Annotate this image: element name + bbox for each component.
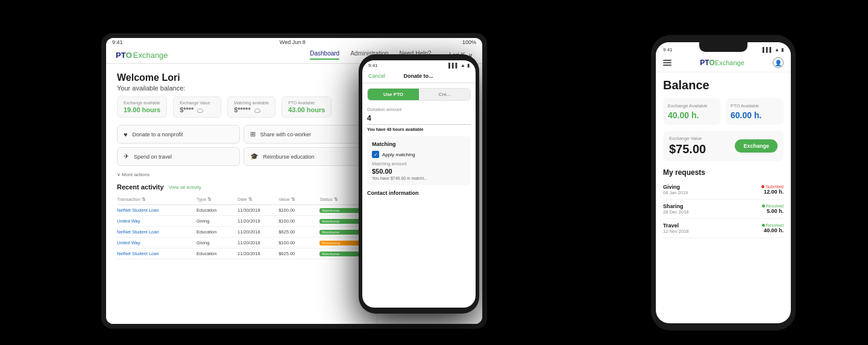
- action-education[interactable]: 🎓 Reimburse education: [244, 147, 366, 166]
- p2-exchange-available-card: Exchange Available 40.00 h.: [663, 98, 721, 125]
- exchange-button[interactable]: Exchange: [735, 139, 778, 153]
- phone1-screen: 9:41 ▌▌▌ ▲ ▮ Cancel Donate to... Use PTO…: [362, 60, 476, 308]
- row3-type: Education: [197, 229, 235, 235]
- action-travel[interactable]: ✈ Spend on travel: [117, 147, 240, 166]
- row2-date: 11/20/2018: [237, 218, 276, 224]
- phone1-title: Donate to...: [404, 73, 433, 79]
- hamburger-menu[interactable]: [663, 60, 671, 66]
- tablet-date: Wed Jun 8: [280, 39, 306, 45]
- hamburger-line: [663, 65, 671, 66]
- balance-heading: Balance: [663, 78, 784, 92]
- phone2-content: Balance Exchange Available 40.00 h. PTO …: [656, 72, 791, 323]
- row4-type: Giving: [197, 240, 235, 245]
- apply-matching-row: ✓ Apply matching: [372, 151, 466, 158]
- row2-value: $100.00: [278, 218, 317, 224]
- logo-exchange: Exchange: [715, 59, 744, 66]
- phone1-device: 9:41 ▌▌▌ ▲ ▮ Cancel Donate to... Use PTO…: [359, 54, 479, 314]
- phone1-status-bar: 9:41 ▌▌▌ ▲ ▮: [362, 60, 476, 69]
- view-all-link[interactable]: View all activity: [169, 185, 201, 190]
- wifi-icon: ▲: [775, 47, 779, 52]
- col-transaction: Transaction ⇅: [117, 197, 194, 202]
- tab-use-pto[interactable]: Use PTO: [368, 89, 419, 100]
- row1-type: Education: [197, 207, 235, 213]
- p2-pto-value: 60.00 h.: [731, 110, 779, 120]
- row4-date: 11/20/2018: [237, 240, 276, 245]
- row2-transaction[interactable]: United Way: [117, 218, 194, 224]
- table-row: NelNet Student Loan Education 11/20/2018…: [117, 227, 366, 238]
- row4-transaction[interactable]: United Way: [117, 240, 194, 245]
- row5-transaction[interactable]: NelNet Student Loan: [117, 251, 194, 256]
- table-row: United Way Giving 11/20/2018 $100.00 Rei…: [117, 216, 366, 227]
- donation-amount-value[interactable]: 4: [367, 114, 471, 125]
- request-travel-left: Travel 12 Nov 2018: [663, 223, 689, 234]
- user-profile-icon[interactable]: 👤: [773, 57, 784, 68]
- row5-date: 11/20/2018: [237, 251, 276, 256]
- request-giving-status: Submited: [761, 185, 784, 189]
- action-donate[interactable]: ♥ Donate to a nonprofit: [117, 125, 240, 144]
- phone2-device: 9:41 ▌▌▌ ▲ ▮ PTO Exchange 👤 Balance: [651, 35, 796, 331]
- phone2-time: 9:41: [663, 47, 673, 52]
- recent-title: Recent activity: [117, 183, 164, 191]
- phone2-logo: PTO Exchange: [700, 59, 744, 67]
- heart-icon: ♥: [124, 131, 128, 138]
- col-type: Type ⇅: [197, 197, 235, 202]
- matching-checkbox[interactable]: ✓: [372, 151, 379, 158]
- p2-ev-value: $75.00: [669, 142, 706, 156]
- more-actions-toggle[interactable]: ∨ More actions: [117, 172, 366, 177]
- tablet-status-bar: 9:41 Wed Jun 8 100%: [106, 38, 482, 46]
- row1-date: 11/30/2018: [237, 207, 276, 213]
- request-travel-hours: 40.00 h.: [762, 227, 784, 233]
- balance-card-exchange: Exchange available 19.00 hours: [117, 97, 167, 118]
- contact-section: Contact information: [367, 190, 471, 196]
- travel-icon: ✈: [124, 153, 129, 160]
- my-requests-title: My requests: [663, 168, 784, 177]
- balance-value-exchange: 19.00 hours: [124, 106, 160, 113]
- request-travel-right: Resolved 40.00 h.: [762, 223, 784, 233]
- hamburger-line: [663, 60, 671, 61]
- logo-o: O: [126, 51, 132, 60]
- balance-value-matching: $*****: [234, 106, 269, 113]
- balance-label-ev: Exchange Value: [180, 101, 215, 105]
- balance-card-pto: PTO Available 43.00 hours: [281, 97, 332, 118]
- matching-section: Matching ✓ Apply matching Matching amoun…: [367, 136, 471, 185]
- request-item-sharing: Sharing 28 Dec 2018 Resolved 5.00 h.: [663, 200, 784, 219]
- balance-label-matching: Matching available: [234, 101, 269, 105]
- row1-value: $100.00: [278, 207, 317, 213]
- logo-pt: PT: [116, 51, 126, 60]
- request-item-travel: Travel 12 Nov 2018 Resolved 40.00 h.: [663, 219, 784, 238]
- p2-pto-label: PTO Available: [731, 103, 779, 109]
- balance-label-exchange: Exchange available: [124, 101, 160, 105]
- nav-dashboard[interactable]: Dashboard: [310, 50, 339, 60]
- row1-transaction[interactable]: NelNet Student Loan: [117, 207, 194, 213]
- tab-credit[interactable]: Cre...: [419, 89, 470, 100]
- request-giving-right: Submited 12.00 h.: [761, 185, 784, 195]
- eye-icon-ev[interactable]: [197, 109, 203, 113]
- p2-ev-label: Exchange Value: [669, 136, 706, 141]
- tablet-battery: 100%: [462, 39, 476, 45]
- matching-title: Matching: [372, 141, 466, 147]
- request-giving-left: Giving 06 Jan 2019: [663, 184, 688, 195]
- request-sharing-left: Sharing 28 Dec 2018: [663, 203, 689, 215]
- use-pto-tabs: Use PTO Cre...: [367, 88, 471, 101]
- donation-hours: 40 hours: [387, 127, 404, 131]
- action-share[interactable]: ⊞ Share with co-worker: [244, 125, 366, 144]
- row5-type: Education: [197, 251, 235, 256]
- row3-transaction[interactable]: NelNet Student Loan: [117, 229, 194, 235]
- phone1-time: 9:41: [368, 63, 378, 68]
- row4-value: $100.00: [278, 240, 317, 245]
- logo-exchange: Exchange: [133, 51, 168, 60]
- matching-checkbox-label: Apply matching: [382, 152, 415, 157]
- p2-ev-left: Exchange Value $75.00: [669, 136, 706, 156]
- action-travel-label: Spend on travel: [134, 154, 172, 160]
- logo-o: O: [709, 59, 715, 67]
- row3-date: 11/20/2018: [237, 229, 276, 235]
- request-sharing-status: Resolved: [762, 204, 784, 208]
- phone1-cancel-button[interactable]: Cancel: [368, 73, 385, 79]
- eye-icon-matching[interactable]: [254, 109, 260, 113]
- status-dot-green: [762, 204, 765, 207]
- balance-label-pto: PTO Available: [288, 101, 325, 105]
- p2-balance-grid: Exchange Available 40.00 h. PTO Availabl…: [663, 98, 784, 125]
- donation-note: You have 40 hours available: [367, 127, 471, 131]
- table-row: United Way Giving 11/20/2018 $100.00 Pro…: [117, 238, 366, 248]
- battery-icon: ▮: [467, 63, 470, 68]
